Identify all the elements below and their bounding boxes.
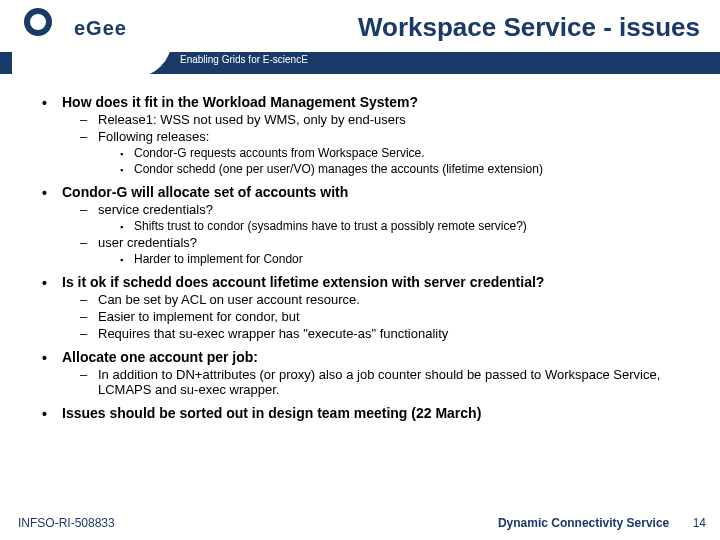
logo-mark-icon	[24, 6, 68, 50]
bullet-4-1: In addition to DN+attributes (or proxy) …	[80, 367, 702, 397]
bullet-1: How does it fit in the Workload Manageme…	[42, 94, 702, 176]
bullet-2-1-a: Shifts trust to condor (sysadmins have t…	[120, 219, 702, 233]
logo: eGee	[12, 0, 172, 78]
footer-right: Dynamic Connectivity Service	[498, 516, 669, 530]
slide-title: Workspace Service - issues	[358, 12, 700, 43]
bullet-1-2: Following releases: Condor-G requests ac…	[80, 129, 702, 176]
bullet-5: Issues should be sorted out in design te…	[42, 405, 702, 421]
bullet-2-2-a: Harder to implement for Condor	[120, 252, 702, 266]
bullet-1-2-a: Condor-G requests accounts from Workspac…	[120, 146, 702, 160]
bullet-2-2: user credentials? Harder to implement fo…	[80, 235, 702, 266]
bullet-3-text: Is it ok if schedd does account lifetime…	[62, 274, 544, 290]
footer: INFSO-RI-508833 Dynamic Connectivity Ser…	[18, 516, 706, 530]
bullet-4-text: Allocate one account per job:	[62, 349, 258, 365]
bullet-2: Condor-G will allocate set of accounts w…	[42, 184, 702, 266]
bullet-4: Allocate one account per job: In additio…	[42, 349, 702, 397]
bullet-2-1: service credentials? Shifts trust to con…	[80, 202, 702, 233]
bullet-3-1: Can be set by ACL on user account resour…	[80, 292, 702, 307]
bullet-1-text: How does it fit in the Workload Manageme…	[62, 94, 418, 110]
bullet-3: Is it ok if schedd does account lifetime…	[42, 274, 702, 341]
page-number: 14	[693, 516, 706, 530]
bullet-2-text: Condor-G will allocate set of accounts w…	[62, 184, 348, 200]
tagline: Enabling Grids for E-sciencE	[180, 54, 308, 65]
slide: Workspace Service - issues Enabling Grid…	[0, 0, 720, 540]
footer-left: INFSO-RI-508833	[18, 516, 115, 530]
content: How does it fit in the Workload Manageme…	[18, 86, 702, 506]
bullet-1-2-b: Condor schedd (one per user/VO) manages …	[120, 162, 702, 176]
bullet-3-3: Requires that su-exec wrapper has "execu…	[80, 326, 702, 341]
bullet-1-1: Release1: WSS not used by WMS, only by e…	[80, 112, 702, 127]
bullet-3-2: Easier to implement for condor, but	[80, 309, 702, 324]
logo-text: eGee	[74, 17, 127, 40]
header: Workspace Service - issues Enabling Grid…	[0, 0, 720, 78]
